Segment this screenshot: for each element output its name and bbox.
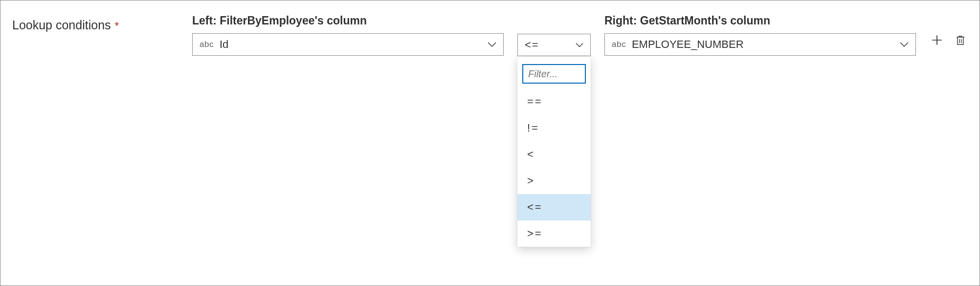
operator-filter-input[interactable]: [522, 64, 586, 84]
operator-option[interactable]: >=: [517, 220, 591, 247]
add-condition-button[interactable]: [930, 33, 944, 47]
required-marker: *: [115, 20, 119, 32]
lookup-conditions-panel: Lookup conditions * Left: FilterByEmploy…: [0, 0, 980, 286]
right-column-select[interactable]: abc EMPLOYEE_NUMBER: [604, 33, 916, 56]
type-chip: abc: [612, 40, 626, 49]
chevron-down-icon: [900, 40, 909, 49]
operator-dropdown: ==!=<><=>=: [517, 56, 591, 247]
right-column-value: EMPLOYEE_NUMBER: [632, 38, 894, 51]
type-chip: abc: [200, 40, 214, 49]
plus-icon: [931, 34, 943, 46]
delete-condition-button[interactable]: [953, 33, 968, 47]
operator-option[interactable]: <=: [517, 194, 591, 220]
section-label-text: Lookup conditions: [12, 18, 111, 32]
operator-option[interactable]: !=: [517, 115, 591, 141]
section-label: Lookup conditions *: [12, 14, 178, 32]
trash-icon: [955, 34, 966, 46]
left-column-value: Id: [220, 38, 482, 51]
operator-select[interactable]: <=: [517, 34, 591, 56]
operator-option[interactable]: ==: [517, 88, 591, 115]
left-column-header: Left: FilterByEmployee's column: [192, 14, 504, 29]
right-column-header: Right: GetStartMonth's column: [604, 14, 916, 29]
chevron-down-icon: [576, 41, 583, 49]
operator-header-spacer: [517, 14, 591, 30]
operator-option[interactable]: >: [517, 168, 591, 194]
operator-option[interactable]: <: [517, 141, 591, 168]
left-column-select[interactable]: abc Id: [192, 33, 504, 56]
chevron-down-icon: [488, 40, 496, 49]
operator-value: <=: [525, 39, 539, 51]
